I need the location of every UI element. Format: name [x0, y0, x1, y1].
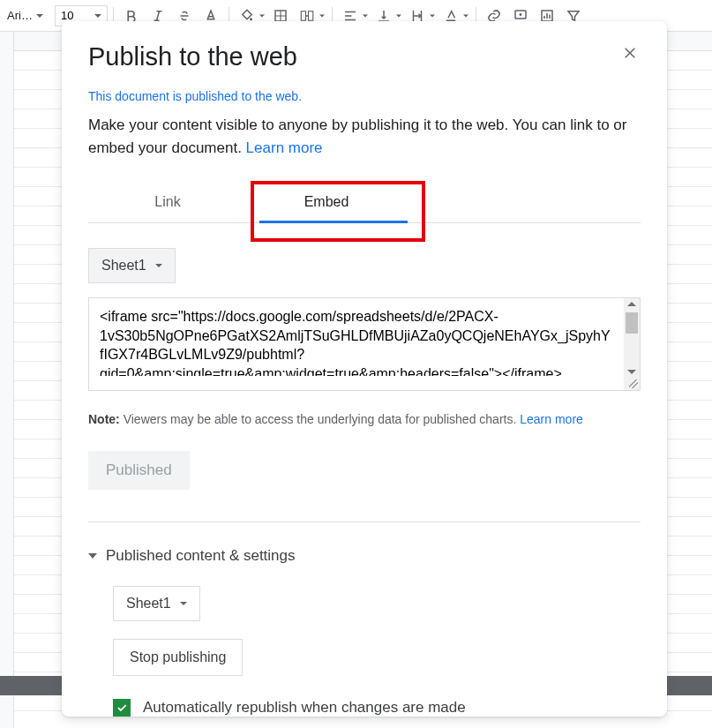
font-size-value: 10 — [61, 9, 73, 22]
close-icon — [622, 45, 638, 61]
settings-sheet-value: Sheet1 — [126, 596, 171, 612]
chevron-down-icon — [259, 14, 265, 17]
scroll-up-icon — [627, 302, 636, 306]
learn-more-link-2[interactable]: Learn more — [520, 412, 583, 426]
close-button[interactable] — [619, 42, 641, 64]
chevron-down-icon — [180, 602, 187, 605]
chevron-down-icon — [463, 14, 468, 17]
check-icon — [116, 702, 128, 714]
tab-embed[interactable]: Embed — [247, 185, 406, 222]
scroll-thumb[interactable] — [626, 312, 638, 334]
svg-rect-3 — [309, 11, 313, 20]
triangle-down-icon — [88, 553, 97, 559]
auto-republish-label: Automatically republish when changes are… — [143, 699, 466, 717]
svg-point-0 — [250, 18, 252, 20]
chevron-down-icon — [363, 14, 368, 17]
row-headers — [0, 32, 14, 728]
tab-link[interactable]: Link — [88, 185, 247, 222]
sheet-selector-value: Sheet1 — [101, 258, 146, 274]
resize-handle[interactable] — [626, 376, 640, 390]
settings-toggle[interactable]: Published content & settings — [88, 547, 641, 565]
svg-rect-2 — [301, 11, 305, 20]
active-tab-indicator — [259, 221, 408, 223]
stop-publishing-button[interactable]: Stop publishing — [113, 639, 243, 676]
chevron-down-icon — [319, 14, 325, 17]
publish-status: This document is published to the web. — [88, 89, 641, 103]
scroll-down-icon — [627, 370, 636, 374]
dialog-description: Make your content visible to anyone by p… — [88, 114, 641, 159]
learn-more-link[interactable]: Learn more — [246, 139, 323, 156]
embed-code-textarea[interactable] — [100, 307, 611, 376]
font-family-value: Ari… — [7, 9, 33, 22]
chevron-down-icon — [396, 14, 401, 17]
embed-code-box — [88, 297, 641, 391]
published-button: Published — [88, 451, 190, 490]
font-family-select[interactable]: Ari… — [4, 5, 46, 26]
tabs: Link Embed — [88, 185, 641, 223]
description-text: Make your content visible to anyone by p… — [88, 116, 627, 156]
publish-to-web-dialog: Publish to the web This document is publ… — [62, 21, 667, 717]
auto-republish-row: Automatically republish when changes are… — [113, 699, 641, 717]
note-line: Note: Viewers may be able to access the … — [88, 412, 641, 426]
chevron-down-icon — [430, 14, 435, 17]
dialog-title: Publish to the web — [88, 42, 297, 71]
chevron-down-icon — [36, 14, 43, 18]
settings-body: Sheet1 Stop publishing Automatically rep… — [88, 586, 641, 717]
auto-republish-checkbox[interactable] — [113, 699, 131, 717]
sheet-selector[interactable]: Sheet1 — [88, 248, 176, 283]
divider — [88, 522, 641, 522]
chevron-down-icon — [155, 264, 162, 267]
note-text: Viewers may be able to access the underl… — [120, 412, 520, 426]
chevron-down-icon — [94, 14, 101, 18]
settings-sheet-selector[interactable]: Sheet1 — [113, 586, 200, 621]
settings-header-label: Published content & settings — [106, 547, 296, 565]
note-label: Note: — [88, 412, 120, 426]
